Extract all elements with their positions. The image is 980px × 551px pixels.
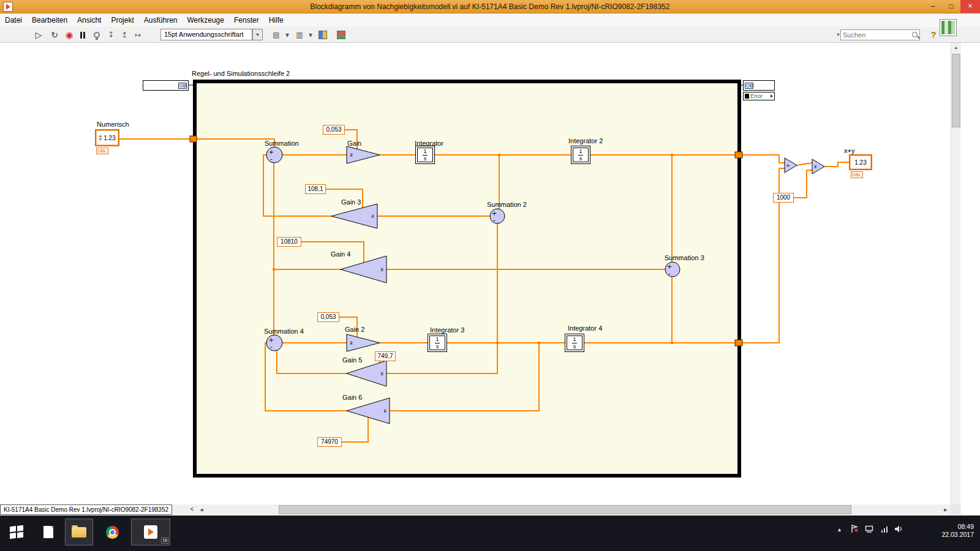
maximize-button[interactable]: □ bbox=[942, 0, 960, 13]
loop-input-border-node[interactable] bbox=[143, 80, 189, 91]
wire bbox=[797, 163, 812, 165]
integrator2-block[interactable]: 1 s bbox=[571, 146, 590, 164]
taskbar-clock[interactable]: 08:49 22.03.2017 bbox=[941, 523, 974, 539]
tunnel bbox=[735, 340, 742, 346]
gain-label: Gain bbox=[347, 140, 361, 147]
menu-ausfuehren[interactable]: Ausführen bbox=[139, 13, 183, 27]
pause-button-icon[interactable] bbox=[76, 28, 89, 42]
highlight-execution-icon[interactable] bbox=[90, 28, 104, 42]
search-box bbox=[840, 29, 920, 40]
tray-volume-icon[interactable] bbox=[894, 525, 903, 534]
run-continuous-icon[interactable]: ↻ bbox=[48, 28, 61, 42]
loop-tunnels[interactable] bbox=[190, 136, 742, 346]
vi-icon[interactable] bbox=[940, 19, 957, 36]
tunnel bbox=[190, 136, 197, 142]
cleanup-diagram-icon[interactable] bbox=[334, 28, 348, 42]
diagram-statusbar: KI-5171A4 Basic Demo Rev 1.lvproj/NI-cRI… bbox=[0, 504, 951, 515]
gain4-constant[interactable]: 10810 bbox=[277, 237, 301, 247]
vertical-scrollbar[interactable]: ▲ ▼ bbox=[951, 43, 960, 515]
gain4-label: Gain 4 bbox=[331, 250, 350, 258]
gain2-constant[interactable]: 0,053 bbox=[317, 312, 339, 322]
summation-label: Summation bbox=[265, 140, 299, 147]
menu-hilfe[interactable]: Hilfe bbox=[264, 13, 288, 27]
menu-ansicht[interactable]: Ansicht bbox=[72, 13, 106, 27]
menu-fenster[interactable]: Fenster bbox=[229, 13, 264, 27]
summation3-label: Summation 3 bbox=[665, 254, 704, 261]
step-out-icon[interactable]: ↦ bbox=[131, 28, 145, 42]
gain3-constant[interactable]: 108,1 bbox=[305, 184, 326, 194]
align-dropdown-icon[interactable]: ▾ bbox=[281, 28, 294, 42]
integrator4-block[interactable]: 1 s bbox=[565, 334, 584, 352]
integrator3-block[interactable]: 1 s bbox=[428, 334, 447, 352]
summation3-minus-glyph: - bbox=[668, 270, 671, 277]
tray-flag-icon[interactable] bbox=[850, 524, 859, 535]
windows-taskbar: 16 ▴ 08:49 22.03.2017 bbox=[0, 515, 980, 551]
tab-back-button[interactable]: < bbox=[187, 504, 197, 515]
start-button[interactable] bbox=[4, 519, 29, 545]
gain-constant[interactable]: 0,053 bbox=[323, 125, 345, 135]
help-button[interactable]: ? bbox=[928, 29, 939, 41]
output-indicator-terminal[interactable]: 1.23 bbox=[849, 154, 872, 170]
reorder-objects-icon[interactable] bbox=[316, 28, 330, 42]
scale-constant[interactable]: 1000 bbox=[773, 193, 794, 203]
taskbar-explorer-button[interactable] bbox=[65, 519, 93, 545]
increment-arrows-icon[interactable] bbox=[99, 135, 102, 141]
menu-bar: Datei Bearbeiten Ansicht Projekt Ausführ… bbox=[0, 13, 980, 27]
vertical-scrollbar-thumb[interactable] bbox=[952, 54, 960, 127]
error-output-node[interactable]: Error bbox=[743, 92, 775, 100]
tray-expand-icon[interactable]: ▴ bbox=[838, 526, 841, 533]
clock-time: 08:49 bbox=[941, 523, 974, 531]
numeric-control-terminal[interactable]: 1.23 bbox=[95, 129, 119, 146]
search-icon[interactable] bbox=[912, 32, 918, 37]
diagram-wires-layer: + - + - + - + - k k k k k k + x bbox=[0, 43, 951, 504]
menu-bearbeiten[interactable]: Bearbeiten bbox=[27, 13, 72, 27]
taskbar-document-button[interactable] bbox=[36, 519, 61, 545]
minimize-button[interactable]: – bbox=[924, 0, 942, 13]
abort-button-icon[interactable]: ◉ bbox=[62, 28, 76, 42]
step-into-icon[interactable]: ↧ bbox=[104, 28, 118, 42]
taskbar-labview-button[interactable]: 16 bbox=[131, 519, 170, 545]
step-over-icon[interactable]: ↥ bbox=[118, 28, 131, 42]
tray-signal-icon[interactable] bbox=[881, 525, 889, 534]
scroll-right-icon[interactable]: ▶ bbox=[941, 504, 951, 515]
close-button[interactable]: × bbox=[960, 0, 980, 13]
scroll-left-icon[interactable]: ◀ bbox=[197, 504, 206, 515]
window-title: Blockdiagramm von Nachgiebigkeitsmodell.… bbox=[0, 0, 980, 13]
menu-werkzeuge[interactable]: Werkzeuge bbox=[182, 13, 228, 27]
integrator-block[interactable]: 1 s bbox=[415, 146, 435, 164]
loop-output-border-node[interactable] bbox=[743, 80, 775, 91]
gain5-constant[interactable]: 749,7 bbox=[375, 351, 396, 361]
output-indicator-label: x+y bbox=[844, 147, 854, 154]
multiply-glyph: x bbox=[814, 164, 817, 170]
taskbar-chrome-button[interactable] bbox=[99, 519, 125, 545]
gain3-label: Gain 3 bbox=[341, 198, 361, 206]
menu-projekt[interactable]: Projekt bbox=[106, 13, 138, 27]
numeric-control-type-tag: DBL bbox=[96, 148, 108, 154]
target-tab[interactable]: KI-5171A4 Basic Demo Rev 1.lvproj/NI-cRI… bbox=[0, 504, 172, 515]
font-selector[interactable]: 15pt Anwendungsschriftart bbox=[160, 29, 252, 40]
diagram-wires[interactable] bbox=[119, 130, 849, 442]
summation2-minus-glyph: - bbox=[493, 217, 496, 223]
distribute-dropdown-icon[interactable]: ▾ bbox=[304, 28, 317, 42]
tray-network-icon[interactable] bbox=[865, 525, 875, 534]
document-icon bbox=[43, 526, 53, 538]
error-expand-icon bbox=[771, 94, 773, 98]
integrator-numerator: 1 bbox=[435, 337, 439, 342]
run-button-icon[interactable]: ▷ bbox=[32, 28, 45, 42]
gain6-constant[interactable]: 74970 bbox=[317, 437, 342, 447]
gain3-node[interactable] bbox=[331, 204, 377, 228]
menu-datei[interactable]: Datei bbox=[0, 13, 27, 27]
font-selector-arrow-icon[interactable]: ▾ bbox=[252, 29, 263, 40]
error-terminal-icon bbox=[745, 94, 749, 99]
labview-window: Blockdiagramm von Nachgiebigkeitsmodell.… bbox=[0, 0, 980, 551]
search-input[interactable] bbox=[843, 30, 907, 40]
output-indicator-type-tag: DBL bbox=[851, 171, 863, 178]
scroll-up-icon[interactable]: ▲ bbox=[951, 43, 961, 53]
numeric-control-value[interactable]: 1.23 bbox=[104, 135, 115, 141]
wire bbox=[277, 351, 347, 373]
wire bbox=[794, 170, 812, 198]
window-titlebar: Blockdiagramm von Nachgiebigkeitsmodell.… bbox=[0, 0, 980, 13]
block-diagram-canvas[interactable]: + - + - + - + - k k k k k k + x bbox=[0, 43, 951, 504]
horizontal-scrollbar-thumb[interactable] bbox=[279, 505, 851, 514]
numeric-control-label: Numerisch bbox=[97, 121, 129, 128]
